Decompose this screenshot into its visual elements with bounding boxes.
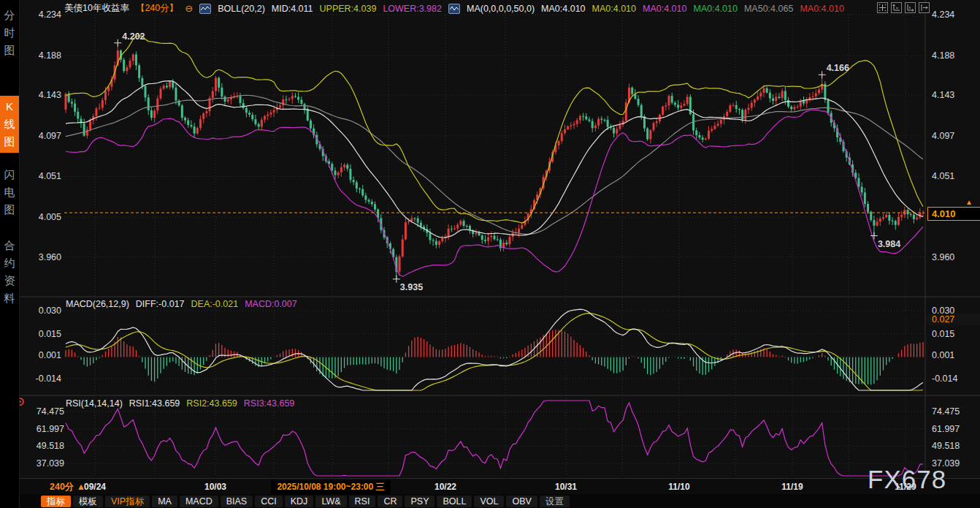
sidebar-tab-3[interactable]: 合约资料	[0, 235, 19, 309]
toolbar-tab-LW&[interactable]: LW&	[315, 496, 346, 507]
macd-dea: DEA:-0.021	[191, 299, 239, 309]
axis-label: 3.960	[39, 252, 61, 262]
macd-value: MACD:0.007	[245, 299, 297, 309]
toolbar-tab-RSI[interactable]: RSI	[349, 496, 376, 507]
collapse-pane-icon[interactable]: ⊖	[185, 3, 193, 14]
axis-label: 0.030	[39, 306, 61, 316]
ma-value-3: MA0:4.010	[693, 4, 737, 14]
toolbar-tab-KDJ[interactable]: KDJ	[285, 496, 314, 507]
toolbar-tab-MA[interactable]: MA	[152, 496, 177, 507]
toolbar-tab-MACD[interactable]: MACD	[180, 496, 218, 507]
axis-label: 4.097	[39, 131, 61, 141]
axis-label: 61.997	[37, 424, 64, 434]
ma-name: MA(0,0,0,0,50,0)	[467, 4, 535, 14]
macd-diff: DIFF:-0.017	[136, 299, 185, 309]
price-up-arrow-icon: ▲	[965, 198, 973, 206]
toolbar-tab-BIAS[interactable]: BIAS	[221, 496, 253, 507]
axis-label: 4.143	[932, 90, 954, 100]
axis-label: 4.188	[39, 50, 61, 61]
sidebar-tab-2[interactable]: 闪电图	[0, 164, 19, 221]
crosshair-icon[interactable]	[877, 2, 888, 13]
axis-label: 74.475	[932, 406, 960, 417]
axis-label: 4.051	[39, 171, 61, 181]
time-label: 11/10	[668, 482, 689, 492]
toolbar-tab-VOL[interactable]: VOL	[474, 496, 504, 507]
axis-label: -0.014	[36, 374, 61, 384]
macd-header: MACD(26,12,9) DIFF:-0.017 DEA:-0.021 MAC…	[66, 299, 297, 309]
toolbar-tab-CR[interactable]: CR	[378, 496, 402, 507]
toolbar-tab-BOLL[interactable]: BOLL	[437, 496, 472, 507]
axis-label: 4.051	[932, 171, 954, 181]
rsi1-value: RSI1:43.659	[129, 398, 180, 409]
axis-label: 0.015	[39, 329, 61, 339]
scale-y-axis-icon[interactable]	[891, 2, 902, 13]
toolbar-tab-OBV[interactable]: OBV	[506, 496, 537, 507]
rsi-header: RSI(14,14,14) RSI1:43.659 RSI2:43.659 RS…	[66, 398, 294, 409]
toolbar-tab-PSY[interactable]: PSY	[405, 496, 435, 507]
ma-value-4: MA50:4.065	[744, 4, 793, 14]
selected-candle-time: 2025/10/08 19:00~23:00 三	[271, 480, 390, 494]
left-sidebar: 分时图K线图闪电图合约资料	[0, 0, 20, 508]
axis-label: 4.188	[932, 50, 954, 61]
axis-label: 0.015	[932, 329, 954, 339]
boll-lower: LOWER:3.982	[383, 4, 442, 14]
pan-right-icon[interactable]	[919, 2, 930, 13]
indicator-toolbar: 指标模板VIP指标MAMACDBIASCCIKDJLW&RSICRPSYBOLL…	[19, 494, 980, 508]
macd-name: MACD(26,12,9)	[66, 299, 129, 309]
marker-label-3.984: 3.984	[878, 239, 900, 249]
axis-label: 0.001	[39, 350, 61, 360]
toolbar-tab-CCI[interactable]: CCI	[255, 496, 283, 507]
axis-label: 4.234	[39, 10, 61, 20]
time-label: 10/31	[555, 482, 577, 492]
time-label: 09/24	[84, 482, 106, 492]
time-label: 10/22	[435, 482, 456, 492]
axis-label: 4.005	[39, 212, 61, 222]
ma-value-5: MA0:4.010	[800, 4, 843, 14]
time-label: 11/19	[781, 482, 803, 492]
ma-value-2: MA0:4.010	[643, 4, 686, 14]
axis-label: 37.039	[932, 458, 960, 469]
boll-mid: MID:4.011	[272, 4, 313, 14]
axis-label: 0.001	[932, 350, 954, 360]
axis-label: 4.234	[932, 10, 954, 20]
scale-x-axis-icon[interactable]	[905, 2, 916, 13]
ma-indicator-icon	[448, 4, 460, 14]
time-axis: 240分 ▲ 2025/10/08 19:00~23:00 三 09/2410/…	[19, 478, 980, 495]
ma-value-1: MA0:4.010	[592, 4, 636, 14]
marker-label-4.202: 4.202	[122, 31, 145, 42]
marker-label-4.166: 4.166	[827, 63, 849, 73]
toolbar-tab-指标[interactable]: 指标	[41, 496, 71, 507]
trading-app-window: 4.2023.9354.1663.9844.2344.2344.1884.188…	[0, 0, 980, 508]
boll-indicator-icon	[199, 4, 211, 14]
axis-label: 4.097	[932, 131, 954, 141]
axis-label: 61.997	[932, 424, 960, 434]
marker-label-3.935: 3.935	[400, 282, 423, 292]
main-chart-header: 美债10年收益率 【240分】 ⊖ BOLL(20,2) MID:4.011 U…	[64, 2, 844, 15]
axis-label: 49.518	[932, 441, 960, 451]
period-badge: 【240分】	[136, 2, 178, 15]
boll-name: BOLL(20,2)	[218, 4, 265, 14]
rsi2-value: RSI2:43.659	[186, 398, 237, 409]
rsi-name: RSI(14,14,14)	[66, 398, 123, 409]
time-label: 11/29	[895, 482, 916, 492]
rsi3-value: RSI3:43.659	[244, 398, 295, 409]
macd-axis-value-box: 0.027	[927, 314, 980, 325]
axis-label: -0.014	[932, 374, 957, 384]
axis-label: 37.039	[37, 458, 64, 469]
sidebar-tab-1[interactable]: K线图	[0, 96, 19, 153]
toolbar-tab-模板[interactable]: 模板	[73, 496, 103, 507]
time-label: 10/03	[204, 482, 226, 492]
axis-label: 3.960	[932, 252, 954, 262]
toolbar-tab-VIP指标[interactable]: VIP指标	[105, 496, 150, 507]
ma-value-0: MA0:4.010	[541, 4, 585, 14]
axis-label: 4.143	[39, 90, 61, 100]
period-selector[interactable]: 240分 ▲	[50, 481, 85, 493]
chart-window-buttons	[877, 2, 930, 13]
sidebar-tab-0[interactable]: 分时图	[0, 4, 19, 61]
boll-upper: UPPER:4.039	[320, 4, 377, 14]
last-price-box: 4.010	[927, 207, 980, 221]
axis-label: 49.518	[37, 441, 64, 451]
toolbar-tab-设置[interactable]: 设置	[540, 496, 570, 507]
axis-label: 74.475	[37, 406, 64, 417]
ma-values: MA0:4.010MA0:4.010MA0:4.010MA0:4.010MA50…	[541, 4, 844, 14]
